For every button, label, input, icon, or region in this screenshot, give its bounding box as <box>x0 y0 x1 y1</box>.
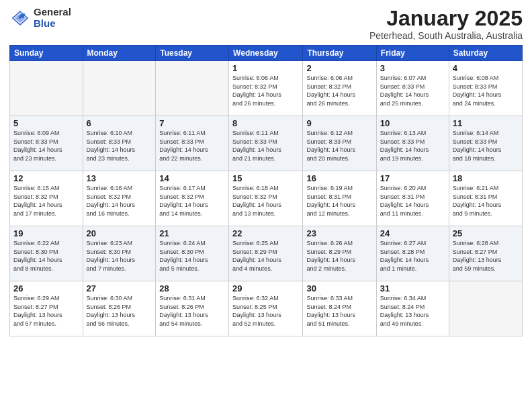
calendar-cell: 13Sunrise: 6:16 AM Sunset: 8:32 PM Dayli… <box>83 171 156 226</box>
title-block: January 2025 Peterhead, South Australia,… <box>369 7 523 41</box>
calendar-cell: 1Sunrise: 6:06 AM Sunset: 8:32 PM Daylig… <box>229 61 303 116</box>
day-number: 12 <box>13 173 79 183</box>
day-info: Sunrise: 6:32 AM Sunset: 8:25 PM Dayligh… <box>232 294 299 328</box>
day-info: Sunrise: 6:19 AM Sunset: 8:31 PM Dayligh… <box>306 184 372 218</box>
calendar-cell <box>10 61 83 116</box>
day-number: 17 <box>380 173 445 183</box>
day-number: 20 <box>87 228 152 238</box>
day-info: Sunrise: 6:12 AM Sunset: 8:33 PM Dayligh… <box>306 129 372 163</box>
day-info: Sunrise: 6:31 AM Sunset: 8:26 PM Dayligh… <box>159 294 225 328</box>
day-number: 21 <box>159 228 225 238</box>
calendar-week-row: 1Sunrise: 6:06 AM Sunset: 8:32 PM Daylig… <box>10 61 523 116</box>
day-info: Sunrise: 6:18 AM Sunset: 8:32 PM Dayligh… <box>232 184 299 218</box>
month-title: January 2025 <box>369 7 523 30</box>
day-number: 19 <box>13 228 79 238</box>
calendar-cell <box>449 281 522 336</box>
day-number: 29 <box>232 283 299 293</box>
logo: General Blue <box>9 7 71 29</box>
logo-icon <box>9 7 31 29</box>
page-container: General Blue January 2025 Peterhead, Sou… <box>0 0 532 342</box>
calendar-cell: 14Sunrise: 6:17 AM Sunset: 8:32 PM Dayli… <box>156 171 229 226</box>
day-number: 4 <box>453 63 519 73</box>
calendar-cell: 17Sunrise: 6:20 AM Sunset: 8:31 PM Dayli… <box>376 171 449 226</box>
day-number: 6 <box>87 118 152 128</box>
day-info: Sunrise: 6:22 AM Sunset: 8:30 PM Dayligh… <box>13 239 79 273</box>
calendar-cell: 4Sunrise: 6:08 AM Sunset: 8:33 PM Daylig… <box>449 61 522 116</box>
day-number: 7 <box>159 118 225 128</box>
day-info: Sunrise: 6:08 AM Sunset: 8:33 PM Dayligh… <box>453 74 519 107</box>
day-info: Sunrise: 6:27 AM Sunset: 8:28 PM Dayligh… <box>380 239 445 273</box>
weekday-header: Saturday <box>449 46 522 61</box>
day-info: Sunrise: 6:29 AM Sunset: 8:27 PM Dayligh… <box>13 294 79 328</box>
day-info: Sunrise: 6:24 AM Sunset: 8:30 PM Dayligh… <box>159 239 225 273</box>
calendar: SundayMondayTuesdayWednesdayThursdayFrid… <box>9 45 523 336</box>
day-number: 15 <box>232 173 299 183</box>
day-info: Sunrise: 6:17 AM Sunset: 8:32 PM Dayligh… <box>159 184 225 218</box>
location: Peterhead, South Australia, Australia <box>369 30 523 41</box>
calendar-cell: 22Sunrise: 6:25 AM Sunset: 8:29 PM Dayli… <box>229 226 303 281</box>
calendar-cell <box>156 61 229 116</box>
day-number: 27 <box>87 283 152 293</box>
calendar-week-row: 26Sunrise: 6:29 AM Sunset: 8:27 PM Dayli… <box>10 281 523 336</box>
day-info: Sunrise: 6:14 AM Sunset: 8:33 PM Dayligh… <box>453 129 519 163</box>
day-number: 11 <box>453 118 519 128</box>
calendar-cell: 18Sunrise: 6:21 AM Sunset: 8:31 PM Dayli… <box>449 171 522 226</box>
day-info: Sunrise: 6:30 AM Sunset: 8:26 PM Dayligh… <box>87 294 152 328</box>
weekday-header: Sunday <box>10 46 83 61</box>
calendar-cell: 19Sunrise: 6:22 AM Sunset: 8:30 PM Dayli… <box>10 226 83 281</box>
day-number: 13 <box>87 173 152 183</box>
day-info: Sunrise: 6:21 AM Sunset: 8:31 PM Dayligh… <box>453 184 519 218</box>
day-number: 22 <box>232 228 299 238</box>
day-number: 16 <box>306 173 372 183</box>
calendar-cell: 26Sunrise: 6:29 AM Sunset: 8:27 PM Dayli… <box>10 281 83 336</box>
day-info: Sunrise: 6:28 AM Sunset: 8:27 PM Dayligh… <box>453 239 519 273</box>
calendar-week-row: 12Sunrise: 6:15 AM Sunset: 8:32 PM Dayli… <box>10 171 523 226</box>
day-info: Sunrise: 6:34 AM Sunset: 8:24 PM Dayligh… <box>380 294 445 328</box>
day-number: 3 <box>380 63 445 73</box>
calendar-cell: 6Sunrise: 6:10 AM Sunset: 8:33 PM Daylig… <box>83 116 156 171</box>
day-info: Sunrise: 6:06 AM Sunset: 8:32 PM Dayligh… <box>306 74 372 107</box>
calendar-cell: 27Sunrise: 6:30 AM Sunset: 8:26 PM Dayli… <box>83 281 156 336</box>
day-info: Sunrise: 6:10 AM Sunset: 8:33 PM Dayligh… <box>87 129 152 163</box>
day-number: 25 <box>453 228 519 238</box>
day-info: Sunrise: 6:25 AM Sunset: 8:29 PM Dayligh… <box>232 239 299 273</box>
day-info: Sunrise: 6:09 AM Sunset: 8:33 PM Dayligh… <box>13 129 79 163</box>
day-info: Sunrise: 6:26 AM Sunset: 8:29 PM Dayligh… <box>306 239 372 273</box>
calendar-cell: 20Sunrise: 6:23 AM Sunset: 8:30 PM Dayli… <box>83 226 156 281</box>
calendar-cell: 8Sunrise: 6:11 AM Sunset: 8:33 PM Daylig… <box>229 116 303 171</box>
calendar-cell: 9Sunrise: 6:12 AM Sunset: 8:33 PM Daylig… <box>303 116 376 171</box>
calendar-cell: 5Sunrise: 6:09 AM Sunset: 8:33 PM Daylig… <box>10 116 83 171</box>
day-number: 28 <box>159 283 225 293</box>
day-info: Sunrise: 6:23 AM Sunset: 8:30 PM Dayligh… <box>87 239 152 273</box>
calendar-week-row: 19Sunrise: 6:22 AM Sunset: 8:30 PM Dayli… <box>10 226 523 281</box>
day-number: 30 <box>306 283 372 293</box>
day-info: Sunrise: 6:07 AM Sunset: 8:33 PM Dayligh… <box>380 74 445 107</box>
calendar-cell: 24Sunrise: 6:27 AM Sunset: 8:28 PM Dayli… <box>376 226 449 281</box>
logo-blue: Blue <box>34 18 71 30</box>
day-number: 1 <box>232 63 299 73</box>
day-info: Sunrise: 6:16 AM Sunset: 8:32 PM Dayligh… <box>87 184 152 218</box>
logo-text: General Blue <box>34 7 71 29</box>
day-number: 26 <box>13 283 79 293</box>
day-info: Sunrise: 6:11 AM Sunset: 8:33 PM Dayligh… <box>159 129 225 163</box>
day-number: 10 <box>380 118 445 128</box>
day-info: Sunrise: 6:20 AM Sunset: 8:31 PM Dayligh… <box>380 184 445 218</box>
weekday-header: Wednesday <box>229 46 303 61</box>
header: General Blue January 2025 Peterhead, Sou… <box>9 7 523 41</box>
calendar-cell: 11Sunrise: 6:14 AM Sunset: 8:33 PM Dayli… <box>449 116 522 171</box>
calendar-cell: 23Sunrise: 6:26 AM Sunset: 8:29 PM Dayli… <box>303 226 376 281</box>
calendar-cell: 28Sunrise: 6:31 AM Sunset: 8:26 PM Dayli… <box>156 281 229 336</box>
weekday-header: Friday <box>376 46 449 61</box>
day-number: 24 <box>380 228 445 238</box>
day-number: 8 <box>232 118 299 128</box>
calendar-cell: 15Sunrise: 6:18 AM Sunset: 8:32 PM Dayli… <box>229 171 303 226</box>
day-number: 2 <box>306 63 372 73</box>
day-info: Sunrise: 6:33 AM Sunset: 8:24 PM Dayligh… <box>306 294 372 328</box>
calendar-cell: 29Sunrise: 6:32 AM Sunset: 8:25 PM Dayli… <box>229 281 303 336</box>
calendar-cell <box>83 61 156 116</box>
calendar-cell: 12Sunrise: 6:15 AM Sunset: 8:32 PM Dayli… <box>10 171 83 226</box>
calendar-cell: 31Sunrise: 6:34 AM Sunset: 8:24 PM Dayli… <box>376 281 449 336</box>
weekday-header: Monday <box>83 46 156 61</box>
weekday-header: Thursday <box>303 46 376 61</box>
calendar-cell: 30Sunrise: 6:33 AM Sunset: 8:24 PM Dayli… <box>303 281 376 336</box>
